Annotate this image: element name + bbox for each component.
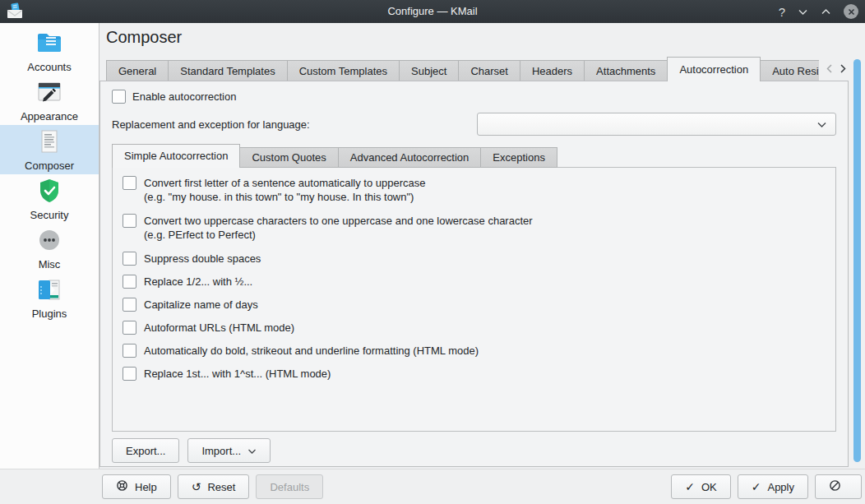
check-icon: ✓ <box>685 481 695 492</box>
sidebar-item-label: Misc <box>39 258 61 270</box>
option-bold-strikeout-underline[interactable]: Automatically do bold, strikeout and und… <box>123 344 826 358</box>
option-replace-fractions[interactable]: Replace 1/2... with ½... <box>123 275 826 289</box>
option-label: Replace 1st... with 1^st... (HTML mode) <box>144 367 331 381</box>
option-label: Suppress double spaces <box>144 252 261 266</box>
tab-scroll-left-icon[interactable] <box>826 63 833 76</box>
language-row: Replacement and exception for language: <box>112 113 836 136</box>
tab-charset[interactable]: Charset <box>458 60 520 81</box>
tab-autocorrection[interactable]: Autocorrection <box>667 57 761 81</box>
configure-kmail-window: Configure — KMail ? <box>0 0 865 504</box>
bold-strikeout-underline-checkbox[interactable] <box>123 344 136 358</box>
tab-custom-quotes[interactable]: Custom Quotes <box>239 147 338 168</box>
chevron-down-icon <box>816 118 827 131</box>
option-replace-ordinals[interactable]: Replace 1st... with 1^st... (HTML mode) <box>123 367 826 381</box>
dialog-button-box: Help ↺ Reset Defaults ✓ OK ✓ Apply <box>0 469 865 504</box>
tab-headers[interactable]: Headers <box>520 60 585 81</box>
reset-undo-icon: ↺ <box>192 481 201 492</box>
replace-ordinals-checkbox[interactable] <box>123 367 136 381</box>
option-label: Autoformat URLs (HTML mode) <box>144 321 294 335</box>
ok-button[interactable]: ✓ OK <box>671 474 731 499</box>
sidebar-item-label: Composer <box>25 160 74 172</box>
option-label: Automatically do bold, strikeout and und… <box>144 344 479 358</box>
cancel-button[interactable] <box>815 474 862 499</box>
window-controls: ? <box>779 0 858 23</box>
tab-general[interactable]: General <box>106 60 169 81</box>
option-two-uppercase[interactable]: Convert two uppercase characters to one … <box>123 214 826 242</box>
accounts-folder-icon <box>35 30 63 58</box>
replace-fractions-checkbox[interactable] <box>123 275 136 289</box>
tab-exceptions[interactable]: Exceptions <box>480 147 557 168</box>
option-label: Convert first letter of a sentence autom… <box>144 176 426 204</box>
sidebar-item-accounts[interactable]: Accounts <box>0 26 99 76</box>
export-button[interactable]: Export... <box>112 438 179 463</box>
language-combobox[interactable] <box>477 113 836 136</box>
enable-autocorrection-checkbox[interactable] <box>112 90 126 104</box>
defaults-button[interactable]: Defaults <box>256 474 323 499</box>
sidebar-item-label: Accounts <box>27 61 71 73</box>
two-uppercase-checkbox[interactable] <box>123 214 136 228</box>
plugins-icon <box>35 276 63 305</box>
suppress-double-spaces-checkbox[interactable] <box>123 252 136 266</box>
sidebar-item-label: Security <box>30 209 69 221</box>
capitalize-days-checkbox[interactable] <box>123 298 136 312</box>
sidebar-item-label: Plugins <box>32 307 67 320</box>
option-label: Convert two uppercase characters to one … <box>144 214 533 242</box>
misc-dots-icon <box>35 227 63 256</box>
cancel-slash-icon <box>829 479 841 494</box>
help-button[interactable]: Help <box>102 474 171 499</box>
chevron-down-icon <box>247 445 257 457</box>
close-icon[interactable] <box>844 4 858 19</box>
footer-right-buttons: ✓ OK ✓ Apply <box>671 474 862 499</box>
check-icon: ✓ <box>752 481 761 492</box>
option-autoformat-urls[interactable]: Autoformat URLs (HTML mode) <box>123 321 826 335</box>
security-shield-icon <box>35 178 63 206</box>
enable-autocorrection-row[interactable]: Enable autocorrection <box>112 90 836 104</box>
option-capitalize-days[interactable]: Capitalize name of days <box>123 298 826 312</box>
tab-custom-templates[interactable]: Custom Templates <box>287 60 400 81</box>
tab-scroll-arrows <box>819 63 849 81</box>
autocorrection-panel: Enable autocorrection Replacement and ex… <box>99 81 849 467</box>
option-uppercase-first-letter[interactable]: Convert first letter of a sentence autom… <box>123 176 826 204</box>
composer-tab-bar: General Standard Templates Custom Templa… <box>99 57 849 81</box>
composer-tabs: General Standard Templates Custom Templa… <box>106 57 819 81</box>
export-import-row: Export... Import... <box>112 438 836 463</box>
composer-document-icon <box>35 128 63 157</box>
tab-advanced-autocorrection[interactable]: Advanced Autocorrection <box>338 147 482 168</box>
vertical-scrollbar[interactable] <box>853 59 861 462</box>
language-label: Replacement and exception for language: <box>112 118 310 131</box>
tab-scroll-right-icon[interactable] <box>840 63 847 76</box>
titlebar: Configure — KMail ? <box>0 0 865 23</box>
category-sidebar: Accounts Appearance <box>0 23 99 469</box>
sidebar-item-misc[interactable]: Misc <box>0 224 99 273</box>
sidebar-item-appearance[interactable]: Appearance <box>0 76 99 125</box>
uppercase-first-letter-checkbox[interactable] <box>123 176 136 190</box>
help-lifebuoy-icon <box>116 479 128 494</box>
option-label: Capitalize name of days <box>144 298 258 312</box>
tab-attachments[interactable]: Attachments <box>584 60 668 81</box>
maximize-button[interactable] <box>821 6 831 18</box>
context-help-button[interactable]: ? <box>779 6 785 18</box>
reset-button[interactable]: ↺ Reset <box>178 474 250 499</box>
option-suppress-double-spaces[interactable]: Suppress double spaces <box>123 252 826 266</box>
enable-autocorrection-label: Enable autocorrection <box>132 90 236 103</box>
option-label: Replace 1/2... with ½... <box>144 275 252 289</box>
tab-simple-autocorrection[interactable]: Simple Autocorrection <box>112 144 240 168</box>
simple-autocorrection-panel: Convert first letter of a sentence autom… <box>112 167 836 432</box>
page-title: Composer <box>106 28 865 47</box>
tab-auto-resize[interactable]: Auto Resize <box>760 60 819 81</box>
tab-subject[interactable]: Subject <box>399 60 459 81</box>
composer-settings-page: Composer General Standard Templates Cust… <box>99 23 865 469</box>
sidebar-item-label: Appearance <box>21 110 78 123</box>
sidebar-item-plugins[interactable]: Plugins <box>0 273 99 322</box>
sidebar-item-security[interactable]: Security <box>0 174 99 224</box>
window-title: Configure — KMail <box>0 0 865 23</box>
autocorrection-sub-tabs: Simple Autocorrection Custom Quotes Adva… <box>112 144 836 168</box>
import-button[interactable]: Import... <box>187 438 271 463</box>
sidebar-item-composer[interactable]: Composer <box>0 125 99 174</box>
autoformat-urls-checkbox[interactable] <box>123 321 136 335</box>
appearance-window-icon <box>35 79 63 108</box>
tab-standard-templates[interactable]: Standard Templates <box>168 60 287 81</box>
apply-button[interactable]: ✓ Apply <box>738 474 808 499</box>
minimize-button[interactable] <box>798 6 808 18</box>
dialog-body: Accounts Appearance <box>0 23 865 469</box>
